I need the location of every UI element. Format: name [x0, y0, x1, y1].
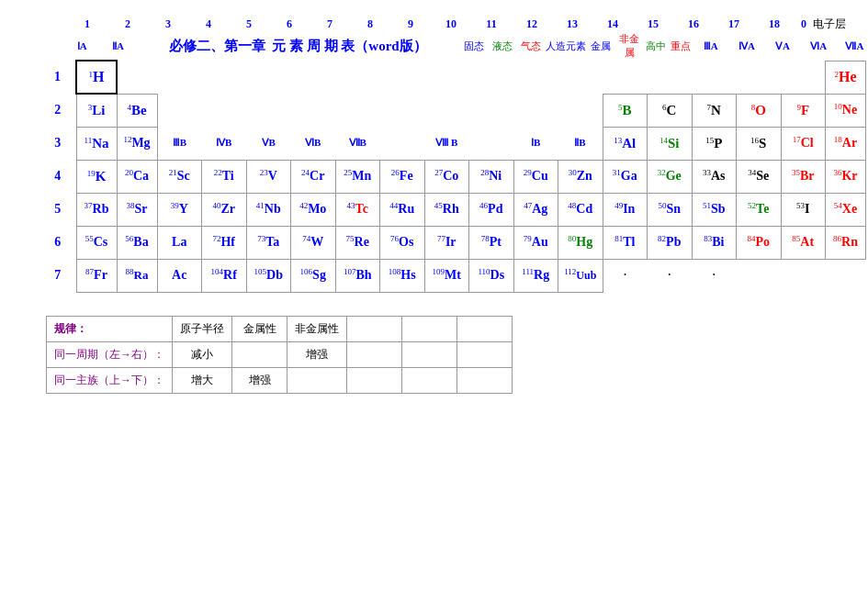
legend-liquid: 液态 [489, 39, 517, 53]
dot2: · [648, 259, 693, 292]
legend-empty7 [347, 367, 402, 393]
element-Br: 35Br [781, 160, 826, 193]
col-num-2: 2 [107, 17, 148, 31]
element-Hg: 80Hg [558, 226, 603, 259]
element-Cl: 17Cl [781, 127, 826, 160]
col-num-3: 3 [148, 17, 188, 31]
group-VB: ⅤB [246, 127, 291, 160]
col-num-7: 7 [310, 17, 350, 31]
element-H: 1H [76, 61, 117, 94]
electron-layer-num0: 0 [795, 17, 813, 31]
element-V: 23V [246, 160, 291, 193]
element-S: 16S [737, 127, 782, 160]
element-Mn: 25Mn [335, 160, 380, 193]
legend-same-group-nonmetal-empty [287, 367, 347, 393]
element-Xe: 54Xe [826, 193, 866, 226]
legend-semiconductor: 高中 [644, 39, 669, 53]
legend-gas: 气态 [517, 39, 546, 53]
group-VIIB: ⅦB [335, 127, 380, 160]
element-Os: 76Os [380, 226, 425, 259]
element-Zn: 30Zn [558, 160, 603, 193]
legend-same-group-label: 同一主族（上→下）： [47, 367, 173, 393]
legend-empty5 [402, 341, 457, 367]
col-num-14: 14 [592, 17, 633, 31]
element-Kr: 36Kr [826, 160, 866, 193]
legend-same-period-metallic-empty [232, 341, 287, 367]
element-Rg: 111Rg [513, 259, 558, 292]
element-Bi: 83Bi [692, 226, 737, 259]
element-As: 33As [692, 160, 737, 193]
col-num-1: 1 [67, 17, 107, 31]
element-Be: 4Be [117, 94, 157, 127]
group-IIIA: ⅢA [693, 40, 728, 52]
col-num-9: 9 [390, 17, 431, 31]
legend-empty3 [457, 316, 513, 341]
group-IIB: ⅡB [558, 127, 603, 160]
legend-same-period-nonmetal: 增强 [287, 341, 347, 367]
element-Cd: 48Cd [558, 193, 603, 226]
col-num-11: 11 [471, 17, 512, 31]
col-num-10: 10 [431, 17, 471, 31]
period-3-label: 3 [39, 127, 76, 160]
empty-1-13to17 [603, 61, 826, 94]
legend-metal: 金属 [586, 39, 614, 53]
element-I: 53I [781, 193, 826, 226]
element-Ga: 31Ga [603, 160, 648, 193]
dot1: · [603, 259, 648, 292]
element-Al: 13Al [603, 127, 648, 160]
group-VIA: ⅥA [801, 40, 837, 52]
element-C: 6C [648, 94, 693, 127]
element-F: 9F [781, 94, 826, 127]
legend-same-group-metallic: 增强 [232, 367, 287, 393]
period-7-label: 7 [39, 259, 76, 292]
element-B: 5B [603, 94, 648, 127]
element-In: 49In [603, 193, 648, 226]
element-Rh: 45Rh [424, 193, 469, 226]
element-Fe: 26Fe [380, 160, 425, 193]
group-IIA: ⅡA [100, 40, 136, 52]
element-Re: 75Re [335, 226, 380, 259]
period-6-label: 6 [39, 226, 76, 259]
element-Pb: 82Pb [648, 226, 693, 259]
element-Sg: 106Sg [291, 259, 336, 292]
element-Li: 3Li [76, 94, 117, 127]
element-Cu: 29Cu [513, 160, 558, 193]
empty-1-3to12 [157, 61, 603, 94]
element-Ag: 47Ag [513, 193, 558, 226]
element-Ar: 18Ar [826, 127, 866, 160]
element-Si: 14Si [648, 127, 693, 160]
element-Rn: 86Rn [826, 226, 866, 259]
element-Sb: 51Sb [692, 193, 737, 226]
element-Sn: 50Sn [648, 193, 693, 226]
element-Pd: 46Pd [469, 193, 514, 226]
legend-nonmetal: 非金属 [615, 32, 644, 60]
legend-empty4 [347, 341, 402, 367]
element-Db: 105Db [246, 259, 291, 292]
group-IB: ⅠB [513, 127, 558, 160]
element-Ca: 20Ca [117, 160, 157, 193]
element-Na: 11Na [76, 127, 117, 160]
group-IVB: ⅣB [202, 127, 247, 160]
col-num-6: 6 [269, 17, 310, 31]
element-Pt: 78Pt [469, 226, 514, 259]
element-Cs: 55Cs [76, 226, 117, 259]
element-Y: 39Y [157, 193, 202, 226]
element-Ru: 44Ru [380, 193, 425, 226]
element-He: 2He [826, 61, 866, 94]
element-Hf: 72Hf [202, 226, 247, 259]
legend-empty6 [457, 341, 513, 367]
element-Co: 27Co [424, 160, 469, 193]
element-Bh: 107Bh [335, 259, 380, 292]
element-Ds: 110Ds [469, 259, 514, 292]
col-num-8: 8 [350, 17, 390, 31]
element-Tl: 81Tl [603, 226, 648, 259]
element-Tc: 43Tc [335, 193, 380, 226]
legend-key: 重点 [668, 39, 693, 53]
element-Ba: 56Ba [117, 226, 157, 259]
element-Ge: 32Ge [648, 160, 693, 193]
group-IVA: ⅣA [728, 40, 764, 52]
period-4-label: 4 [39, 160, 76, 193]
element-Ta: 73Ta [246, 226, 291, 259]
group-VA: ⅤA [764, 40, 800, 52]
element-Hs: 108Hs [380, 259, 425, 292]
